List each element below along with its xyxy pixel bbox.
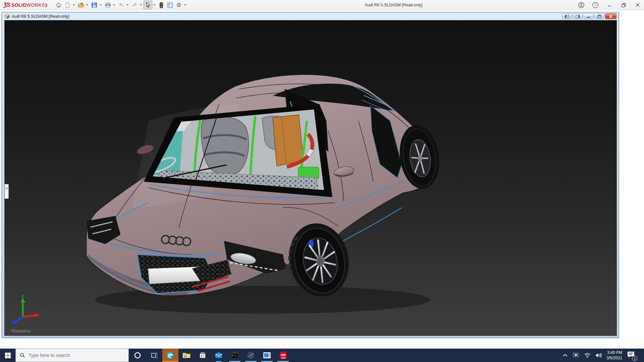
show-left-pane-button[interactable] <box>562 13 572 19</box>
doc-maximize-button[interactable] <box>594 13 604 19</box>
action-center-button[interactable]: 1 <box>627 351 636 360</box>
app-title: Audi R8 S.SLDASM [Read-only] <box>365 3 422 7</box>
window-controls: ? <box>578 0 641 10</box>
new-document-button[interactable] <box>63 1 72 9</box>
taskbar-clock[interactable]: 3:40 PM 3/5/2021 <box>606 350 622 361</box>
svg-text:SW: SW <box>281 353 286 357</box>
volume-icon[interactable] <box>595 353 602 358</box>
command-prompt-icon: C:\_ <box>231 352 239 359</box>
taskbar-app-terminal[interactable]: C:\_ <box>227 349 243 362</box>
windows-logo-icon <box>5 353 11 358</box>
rebuild-traffic-light-icon <box>159 2 163 8</box>
system-tray: 3:40 PM 3/5/2021 1 <box>562 349 644 362</box>
taskbar-app-store[interactable] <box>195 349 211 362</box>
taskbar-app-hexagon[interactable] <box>243 349 259 362</box>
save-button[interactable] <box>90 1 99 9</box>
search-icon <box>20 353 25 358</box>
graphics-viewport[interactable]: Y X *Dimetric <box>4 20 617 336</box>
taskbar-search[interactable] <box>15 349 129 362</box>
undo-dropdown[interactable] <box>125 1 129 9</box>
cortana-icon <box>134 352 141 359</box>
home-icon <box>56 2 62 8</box>
view-orientation-label: *Dimetric <box>11 328 31 334</box>
save-dropdown[interactable] <box>99 1 102 9</box>
cortana-button[interactable] <box>129 349 146 362</box>
doc-close-icon <box>609 15 613 18</box>
doc-maximize-icon <box>597 15 601 18</box>
taskbar-app-task-view[interactable] <box>146 349 162 362</box>
taskbar-app-solidworks[interactable]: SW 2021 <box>275 349 291 362</box>
orientation-triad: Y X <box>9 295 42 325</box>
document-title: Audi R8 S.SLDASM [Read-only] <box>12 14 69 19</box>
undo-icon <box>118 2 124 8</box>
menu-flyout-arrow[interactable]: ❯ <box>45 3 48 7</box>
3d-model-audi-r8[interactable] <box>5 20 616 336</box>
help-icon: ? <box>592 2 599 8</box>
document-title-bar[interactable]: Audi R8 S.SLDASM [Read-only] <box>2 12 619 20</box>
open-button[interactable] <box>76 1 85 9</box>
rebuild-button[interactable] <box>157 1 166 9</box>
close-button[interactable] <box>634 1 641 9</box>
taskbar-app-media[interactable] <box>259 349 275 362</box>
file-properties-button[interactable] <box>166 1 174 9</box>
doc-close-button[interactable] <box>605 13 616 19</box>
app-title-bar: ƷS SOLIDWORKS ❯ <box>0 0 644 10</box>
show-right-pane-button[interactable] <box>573 13 583 19</box>
solidworks-logo-mark: ƷS <box>3 2 10 8</box>
select-cursor-icon <box>145 2 151 8</box>
print-button[interactable] <box>103 1 112 9</box>
help-button[interactable]: ? <box>592 1 599 9</box>
search-input[interactable] <box>29 353 119 358</box>
account-icon <box>578 2 585 8</box>
minimize-icon <box>607 3 612 7</box>
home-button[interactable] <box>54 1 63 9</box>
print-dropdown[interactable] <box>112 1 116 9</box>
minimize-button[interactable] <box>606 1 613 9</box>
taskbar-app-mail[interactable] <box>211 349 227 362</box>
wifi-icon[interactable] <box>584 353 591 358</box>
quick-access-toolbar: ⚙ <box>54 0 188 10</box>
edge-icon <box>166 351 175 360</box>
save-icon <box>91 2 97 8</box>
open-icon <box>77 2 84 8</box>
x-axis-label: X <box>39 310 42 314</box>
redo-dropdown[interactable] <box>139 1 143 9</box>
car-model-group <box>87 75 443 314</box>
start-button[interactable] <box>0 349 15 362</box>
doc-minimize-button[interactable] <box>584 13 593 19</box>
panel-tab-grip <box>6 187 8 189</box>
svg-text:?: ? <box>594 3 596 7</box>
assembly-document-icon <box>4 14 10 19</box>
options-button[interactable]: ⚙ <box>174 1 183 9</box>
account-button[interactable] <box>578 1 585 9</box>
pane-left-icon <box>565 15 569 18</box>
clock-date: 3/5/2021 <box>606 355 622 361</box>
y-axis-label: Y <box>21 295 24 299</box>
collapsed-panel-tab[interactable] <box>4 184 9 199</box>
solidworks-year: 2021 <box>281 357 286 359</box>
taskbar-app-file-explorer[interactable] <box>178 349 195 362</box>
gear-icon: ⚙ <box>176 2 181 8</box>
new-document-icon <box>64 2 70 8</box>
document-window-buttons <box>562 13 616 19</box>
document-window: Audi R8 S.SLDASM [Read-only] <box>2 12 619 338</box>
hexagon-app-icon <box>247 351 255 359</box>
select-tool-button[interactable] <box>144 1 152 9</box>
select-tool-dropdown[interactable] <box>152 1 156 9</box>
doc-minimize-icon <box>587 15 591 18</box>
display-status-icon[interactable] <box>573 353 579 358</box>
restore-icon <box>621 3 626 8</box>
redo-button[interactable] <box>130 1 139 9</box>
undo-button[interactable] <box>117 1 125 9</box>
options-dropdown[interactable] <box>183 1 187 9</box>
taskbar-app-edge[interactable] <box>162 349 178 362</box>
media-app-icon <box>263 352 271 359</box>
new-document-dropdown[interactable] <box>72 1 75 9</box>
clock-time: 3:40 PM <box>606 350 622 355</box>
windows-taskbar: C:\_ SW 2021 3:40 PM 3/5/2021 1 <box>0 349 644 362</box>
redo-icon <box>131 2 138 8</box>
open-dropdown[interactable] <box>85 1 89 9</box>
restore-button[interactable] <box>620 1 627 9</box>
file-explorer-icon <box>182 352 191 359</box>
tray-chevron-up-icon[interactable] <box>562 353 568 357</box>
